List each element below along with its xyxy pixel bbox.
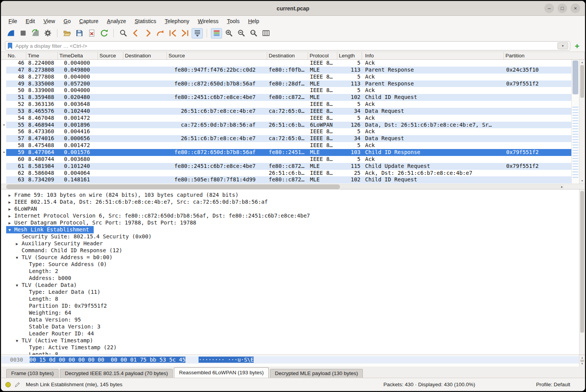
expander-right-icon[interactable]: ▸	[16, 240, 22, 247]
go-back-icon[interactable]	[130, 28, 141, 39]
menu-wireless[interactable]: Wireless	[194, 17, 223, 25]
bytes-tab[interactable]: Decrypted MLE payload (130 bytes)	[270, 369, 363, 378]
column-header-timedelta[interactable]: TimeDelta	[58, 52, 98, 60]
resize-columns-icon[interactable]	[260, 28, 271, 39]
packet-row-51[interactable]: 518.3594880.020480fe80::2451:c6b7:e8ce:4…	[6, 94, 571, 101]
detail-line[interactable]: ▸Auxiliary Security Header	[6, 240, 579, 247]
bytes-scrollbar[interactable]: ▴ ▾	[579, 355, 585, 367]
detail-line[interactable]: Length: 2	[6, 268, 579, 275]
detail-line[interactable]: ▸Frame 59: 103 bytes on wire (824 bits),…	[6, 191, 579, 198]
scroll-down-icon[interactable]: ▾	[579, 179, 585, 183]
packet-list-scrollbar[interactable]: ▴ ▾	[579, 60, 585, 184]
detail-line[interactable]: Address: b000	[6, 275, 579, 281]
detail-line[interactable]: ▾Mesh Link Establishment	[6, 226, 579, 233]
start-capture-icon[interactable]	[5, 28, 16, 39]
filter-dropdown-icon[interactable]: ▾	[557, 42, 568, 49]
packet-row-50[interactable]: 508.3390080.004000IEEE 8…5Ack	[6, 87, 571, 94]
find-packet-icon[interactable]	[118, 28, 129, 39]
reload-file-icon[interactable]	[98, 28, 109, 39]
save-file-icon[interactable]	[74, 28, 85, 39]
bytes-tab[interactable]: Decrypted IEEE 802.15.4 payload (70 byte…	[60, 369, 173, 378]
detail-line[interactable]: ▸6LoWPAN	[6, 205, 579, 212]
hex-ascii-selected[interactable]: ········ ···u·S\E	[199, 357, 254, 363]
title-bar[interactable]: current.pcap – □ ×	[1, 1, 585, 16]
packet-row-62[interactable]: 628.5860480.00406426:51:c6:b…IEEE 8…25Ac…	[6, 170, 571, 177]
detail-line[interactable]: Weighting: 64	[6, 309, 579, 316]
expander-down-icon[interactable]: ▾	[16, 282, 22, 289]
status-profile[interactable]: Profile: Default	[536, 382, 570, 387]
detail-line[interactable]: Command: Child ID Response (12)	[6, 247, 579, 254]
stop-capture-icon[interactable]	[17, 28, 29, 39]
menu-edit[interactable]: Edit	[22, 17, 39, 25]
scroll-up-icon[interactable]: ▴	[579, 60, 585, 64]
filter-bookmark-icon[interactable]	[7, 42, 13, 49]
packet-row-61[interactable]: 618.5819840.101240fe80::2451:c6b7:e8ce:4…	[6, 163, 571, 170]
scrollbar-thumb[interactable]	[580, 191, 584, 333]
column-header-source[interactable]: Source	[167, 52, 267, 60]
expander-right-icon[interactable]: ▸	[8, 199, 14, 206]
packet-row-63[interactable]: 638.7342090.148161fe80::505e:f807:7f81:4…	[6, 176, 571, 183]
bytes-tab[interactable]: Frame (103 bytes)	[6, 369, 59, 378]
expander-down-icon[interactable]: ▾	[8, 226, 14, 233]
expander-right-icon[interactable]: ▸	[8, 219, 14, 226]
capture-options-icon[interactable]	[42, 28, 53, 39]
scrollbar-thumb[interactable]	[573, 60, 578, 94]
go-first-icon[interactable]	[167, 28, 178, 39]
column-header-length[interactable]: Length	[337, 52, 362, 60]
auto-scroll-icon[interactable]	[192, 28, 203, 39]
packet-row-49[interactable]: 498.3350080.057200fe80::c872:650d:b7b8:5…	[6, 80, 571, 87]
zoom-out-icon[interactable]	[236, 28, 247, 39]
detail-line[interactable]: ▾TLV (Active Timestamp)	[6, 337, 579, 344]
menu-view[interactable]: View	[39, 17, 59, 25]
column-header-no-[interactable]: No.	[6, 52, 26, 60]
column-header-source[interactable]: Source	[98, 52, 123, 60]
detail-line[interactable]: Stable Data Version: 3	[6, 323, 579, 330]
packet-list-hscrollbar[interactable]: ▸	[1, 184, 585, 189]
menu-telephony[interactable]: Telephony	[160, 17, 194, 25]
expander-right-icon[interactable]: ▸	[8, 213, 14, 219]
go-to-packet-icon[interactable]	[155, 28, 166, 39]
colorize-packets-icon[interactable]	[211, 28, 222, 39]
column-header-partition[interactable]: Partition	[504, 52, 585, 60]
packet-list-minimap-scrollbar[interactable]	[571, 60, 579, 184]
menu-go[interactable]: Go	[59, 17, 75, 25]
packet-row-46[interactable]: 468.2240080.004000IEEE 8…5Ack	[6, 60, 571, 67]
detail-line[interactable]: ▸User Datagram Protocol, Src Port: 19788…	[6, 219, 579, 226]
zoom-in-icon[interactable]	[223, 28, 234, 39]
expert-info-icon[interactable]	[5, 382, 11, 388]
detail-line[interactable]: Type: Leader Data (11)	[6, 288, 579, 295]
display-filter-input[interactable]	[13, 43, 557, 49]
expander-right-icon[interactable]: ▸	[8, 192, 14, 199]
detail-line[interactable]: ▾TLV (Source Address = b0:00)	[6, 254, 579, 261]
minimize-button[interactable]: –	[544, 3, 554, 13]
expander-down-icon[interactable]: ▾	[16, 337, 22, 344]
detail-line[interactable]: ▸IEEE 802.15.4 Data, Dst: 26:51:c6:b7:e8…	[6, 198, 579, 205]
menu-file[interactable]: File	[4, 17, 22, 25]
detail-line[interactable]: ▸Internet Protocol Version 6, Src: fe80:…	[6, 212, 579, 219]
capture-comment-icon[interactable]	[14, 382, 20, 388]
scroll-up-icon[interactable]: ▴	[579, 356, 585, 360]
packet-row-52[interactable]: 528.3631360.003648IEEE 8…5Ack	[6, 101, 571, 108]
close-button[interactable]: ×	[571, 3, 580, 13]
go-last-icon[interactable]	[179, 28, 190, 39]
column-header-protocol[interactable]: Protocol	[308, 52, 337, 60]
detail-line[interactable]: Leader Router ID: 44	[6, 330, 579, 337]
close-file-icon[interactable]	[86, 28, 97, 39]
packet-row-57[interactable]: 578.4740160.00065626:51:c6:b7:e8:ce:4b:e…	[6, 135, 571, 142]
expander-right-icon[interactable]: ▸	[8, 206, 14, 213]
zoom-original-icon[interactable]: 1:1	[248, 28, 259, 39]
bytes-tab[interactable]: Reassembled 6LoWPAN (193 bytes)	[174, 367, 269, 378]
expander-down-icon[interactable]: ▾	[16, 254, 22, 261]
menu-capture[interactable]: Capture	[75, 17, 103, 25]
packet-row-47[interactable]: 478.2738080.049800fe80::947f:f476:22bc:c…	[6, 67, 571, 74]
column-header-destination[interactable]: Destination	[123, 52, 167, 60]
scroll-down-icon[interactable]: ▾	[579, 362, 585, 366]
detail-line[interactable]: ▾TLV (Leader Data)	[6, 281, 579, 288]
scrollbar-thumb[interactable]	[580, 65, 584, 98]
menu-analyze[interactable]: Analyze	[103, 17, 130, 25]
detail-line[interactable]: Length: 8	[6, 351, 579, 355]
scrollbar-thumb[interactable]	[6, 184, 340, 189]
detail-line[interactable]: Type: Source Address (0)	[6, 261, 579, 268]
detail-line[interactable]: Partition ID: 0x79f551f2	[6, 302, 579, 309]
restart-capture-icon[interactable]	[30, 28, 41, 39]
